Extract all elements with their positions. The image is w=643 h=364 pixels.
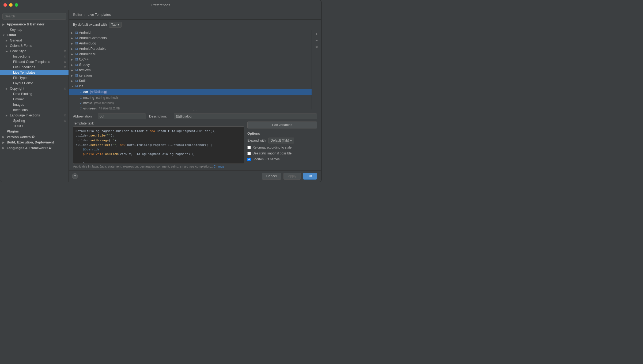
checkbox-singleton[interactable]: ☑	[80, 107, 82, 109]
sidebar-item-language-injections[interactable]: ▶ Language Injections ⚙	[0, 113, 69, 118]
chevron-right-icon: ▶	[71, 47, 74, 50]
sidebar-item-data-binding[interactable]: Data Binding	[0, 91, 69, 97]
group-label: AndroidLog	[79, 41, 96, 45]
checkbox-cpp[interactable]: ☑	[75, 58, 78, 61]
sidebar-item-label: Appearance & Behavior	[7, 22, 44, 26]
close-button[interactable]	[3, 3, 7, 7]
template-group-androidlog[interactable]: ▶ ☑ AndroidLog	[69, 41, 312, 46]
search-input[interactable]	[2, 13, 66, 20]
sidebar-item-images[interactable]: Images	[0, 102, 69, 107]
checkbox-kotlin[interactable]: ☑	[75, 79, 78, 83]
checkbox-androidcomments[interactable]: ☑	[75, 36, 78, 40]
checkbox-html-xml[interactable]: ☑	[75, 69, 78, 72]
template-group-androidxml[interactable]: ▶ ☑ AndroidXML	[69, 51, 312, 57]
sidebar-item-keymap[interactable]: Keymap	[0, 27, 69, 32]
static-import-checkbox[interactable]	[247, 152, 251, 155]
sidebar-item-label: Layout Editor	[13, 81, 33, 85]
chevron-right-icon: ▶	[2, 135, 6, 138]
sidebar-item-editor[interactable]: ▼ Editor	[0, 32, 69, 38]
gear-icon: ⚙	[64, 119, 66, 123]
sidebar-item-label: Inspections	[13, 55, 30, 58]
list-controls: + − ⧉	[312, 30, 321, 109]
item-abbr: mstring	[83, 96, 94, 100]
checkbox-mstring[interactable]: ☑	[80, 96, 82, 100]
apply-button[interactable]: Apply	[283, 173, 301, 180]
sidebar-item-general[interactable]: ▶ General	[0, 38, 69, 43]
sidebar-item-version-control[interactable]: ▶ Version Control ⚙	[0, 134, 69, 140]
checkbox-androidxml[interactable]: ☑	[75, 52, 78, 56]
template-group-androidparcelable[interactable]: ▶ ☑ AndroidParcelable	[69, 46, 312, 51]
item-abbr: ddf	[83, 90, 88, 94]
template-group-groovy[interactable]: ▶ ☑ Groovy	[69, 62, 312, 67]
chevron-right-icon: ▶	[71, 79, 74, 82]
abbreviation-input[interactable]	[98, 113, 146, 119]
checkbox-groovy[interactable]: ☑	[75, 63, 78, 67]
sidebar-item-intentions[interactable]: Intentions	[0, 107, 69, 113]
shorten-fq-checkbox[interactable]	[247, 158, 251, 161]
checkbox-ddf[interactable]: ☑	[80, 90, 82, 94]
template-code-section: Template text: DefaultDialogFragment.Bui…	[73, 122, 317, 164]
checkbox-lhz[interactable]: ☑	[75, 85, 78, 88]
window-controls	[3, 3, 18, 7]
cancel-button[interactable]: Cancel	[262, 173, 281, 180]
sidebar-item-inspections[interactable]: Inspections ⚙	[0, 54, 69, 59]
add-button[interactable]: +	[313, 31, 320, 37]
template-text-label: Template text:	[73, 122, 244, 125]
template-group-android[interactable]: ▶ ☑ Android	[69, 30, 312, 35]
template-item-mstring[interactable]: ☑ mstring (string method)	[69, 95, 312, 100]
gear-icon: ⚙	[32, 135, 35, 139]
template-group-iterations[interactable]: ▶ ☑ iterations	[69, 73, 312, 78]
minimize-button[interactable]	[9, 3, 13, 7]
copy-button[interactable]: ⧉	[313, 44, 320, 50]
sidebar-item-build-execution[interactable]: ▶ Build, Execution, Deployment	[0, 140, 69, 145]
checkbox-androidparcelable[interactable]: ☑	[75, 47, 78, 51]
sidebar-item-plugins[interactable]: Plugins	[0, 129, 69, 134]
maximize-button[interactable]	[15, 3, 18, 7]
edit-variables-button[interactable]: Edit variables	[247, 122, 317, 128]
description-input[interactable]	[174, 113, 317, 119]
preferences-window: Preferences ▶ Appearance & Behavior Keym…	[0, 0, 322, 182]
applicable-line: Applicable in Java; Java: statement, exp…	[73, 164, 317, 168]
checkbox-mvoid[interactable]: ☑	[80, 101, 82, 105]
template-item-singleton[interactable]: ☑ singleton (快速创建单例)	[69, 106, 312, 109]
expand-dropdown[interactable]: Tab ▾	[109, 22, 122, 28]
sidebar-item-file-encodings[interactable]: File Encodings ⚙	[0, 65, 69, 70]
template-area: ▶ ☑ Android ▶ ☑ AndroidComments ▶ ☑ An	[69, 30, 321, 109]
sidebar-item-appearance[interactable]: ▶ Appearance & Behavior	[0, 22, 69, 27]
reformat-checkbox[interactable]	[247, 146, 251, 149]
ok-button[interactable]: OK	[303, 173, 317, 180]
window-title: Preferences	[151, 3, 170, 7]
sidebar-item-languages-frameworks[interactable]: ▶ Languages & Frameworks ⚙	[0, 145, 69, 151]
template-group-cpp[interactable]: ▶ ☑ C/C++	[69, 57, 312, 62]
sidebar-item-spelling[interactable]: Spelling ⚙	[0, 118, 69, 123]
sidebar-item-live-templates[interactable]: Live Templates	[0, 70, 69, 75]
code-editor[interactable]: DefaultDialogFragment.Builder builder = …	[73, 126, 244, 164]
checkbox-android[interactable]: ☑	[75, 31, 78, 35]
chevron-right-icon: ▶	[71, 42, 74, 45]
template-group-androidcomments[interactable]: ▶ ☑ AndroidComments	[69, 35, 312, 41]
group-label: AndroidParcelable	[79, 47, 106, 51]
sidebar-item-colors-fonts[interactable]: ▶ Colors & Fonts	[0, 43, 69, 48]
sidebar-item-label: File Types	[13, 76, 28, 80]
change-link[interactable]: Change	[214, 165, 224, 168]
sidebar-item-file-types[interactable]: File Types	[0, 75, 69, 81]
sidebar-item-emmet[interactable]: Emmet	[0, 97, 69, 102]
expand-with-dropdown[interactable]: Default (Tab) ▾	[268, 138, 294, 143]
checkbox-iterations[interactable]: ☑	[75, 74, 78, 77]
help-button[interactable]: ?	[72, 173, 78, 179]
template-item-mvoid[interactable]: ☑ mvoid (void method)	[69, 100, 312, 106]
panel-header: Editor › Live Templates	[69, 10, 321, 20]
sidebar-item-todo[interactable]: TODO	[0, 123, 69, 129]
template-group-lhz[interactable]: ▼ ☑ lhz	[69, 84, 312, 89]
sidebar-item-label: Languages & Frameworks	[7, 146, 48, 150]
sidebar-item-layout-editor[interactable]: Layout Editor	[0, 81, 69, 86]
template-item-ddf[interactable]: ☑ ddf (创建dialog)	[69, 89, 312, 95]
template-group-html-xml[interactable]: ▶ ☑ html/xml	[69, 67, 312, 73]
sidebar-item-file-code-templates[interactable]: File and Code Templates ⚙	[0, 59, 69, 65]
sidebar-item-copyright[interactable]: ▶ Copyright ⚙	[0, 86, 69, 91]
remove-button[interactable]: −	[313, 37, 320, 43]
checkbox-androidlog[interactable]: ☑	[75, 42, 78, 45]
template-group-kotlin[interactable]: ▶ ☑ Kotlin	[69, 78, 312, 84]
chevron-right-icon: ▶	[71, 69, 74, 72]
sidebar-item-code-style[interactable]: ▶ Code Style ⚙	[0, 48, 69, 54]
